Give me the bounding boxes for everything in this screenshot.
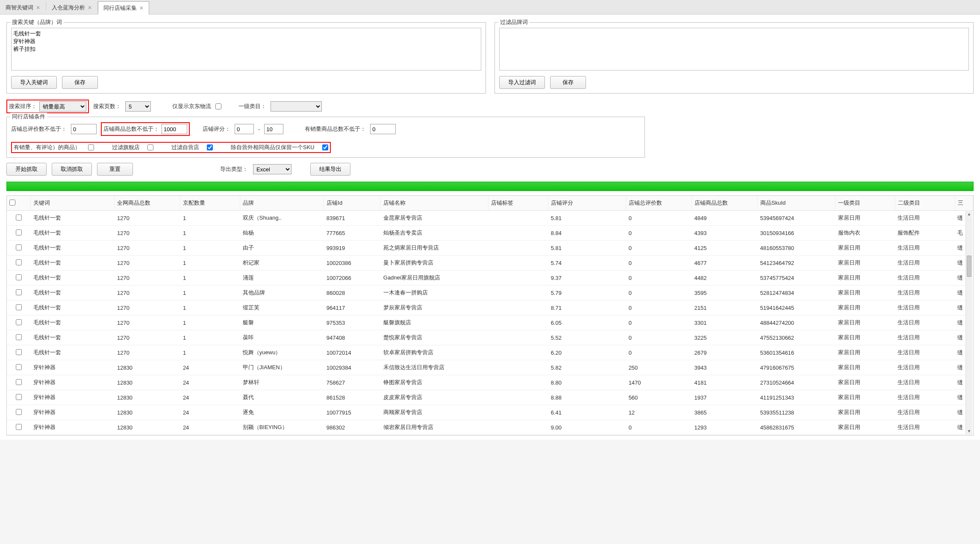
filter-brand-textarea[interactable]	[499, 28, 969, 71]
score-from-input[interactable]	[235, 124, 254, 134]
cell: 839671	[324, 211, 381, 226]
close-icon[interactable]: ✕	[88, 5, 92, 11]
reset-button[interactable]: 重置	[97, 163, 133, 176]
table-row[interactable]: 毛线针一套12701由子993919苑之炳家居日用专营店5.8104125481…	[7, 241, 973, 256]
column-header[interactable]: 一级类目	[836, 196, 895, 211]
cell	[489, 271, 548, 285]
export-result-button[interactable]: 结果导出	[310, 163, 350, 176]
cell: 1470	[626, 375, 692, 390]
cell: 穿针神器	[31, 420, 115, 435]
table-row[interactable]: 穿针神器1283024梦林轩758627铮图家居专营店8.80147041812…	[7, 375, 973, 390]
table-row[interactable]: 毛线针一套12701缎芷芙964117梦辰家居专营店8.710215151941…	[7, 300, 973, 315]
dedup-sku-checkbox[interactable]	[322, 144, 328, 150]
total-review-input[interactable]	[71, 124, 97, 134]
sort-select[interactable]: 销量最高	[39, 101, 86, 112]
score-to-input[interactable]	[264, 124, 283, 134]
search-keyword-textarea[interactable]	[11, 28, 481, 71]
cell: 12830	[115, 420, 180, 435]
cell: 家居日用	[836, 405, 895, 420]
column-header[interactable]: 关键词	[31, 196, 115, 211]
row-checkbox[interactable]	[16, 409, 22, 415]
scroll-down-icon[interactable]: ▼	[967, 428, 971, 434]
has-sale-review-checkbox[interactable]	[88, 144, 94, 150]
column-header[interactable]: 品牌	[240, 196, 324, 211]
row-checkbox[interactable]	[16, 394, 22, 400]
jd-only-checkbox[interactable]	[215, 103, 221, 109]
column-header[interactable]: 全网商品总数	[115, 196, 180, 211]
close-icon[interactable]: ✕	[139, 5, 144, 11]
label-total-goods: 店铺商品总数不低于：	[103, 125, 159, 133]
cell: 861528	[324, 390, 381, 405]
table-row[interactable]: 穿针神器1283024别颖（BIEYING）986302倾岩家居日用专营店9.0…	[7, 420, 973, 435]
row-checkbox[interactable]	[16, 349, 22, 355]
column-header[interactable]: 商品SkuId	[758, 196, 836, 211]
export-type-select[interactable]: Excel	[253, 164, 291, 174]
table-row[interactable]: 穿针神器1283024逐免10077915商顺家居专营店6.4112386553…	[7, 405, 973, 420]
row-checkbox[interactable]	[16, 319, 22, 325]
cat1-select[interactable]	[271, 101, 322, 112]
cell: 6.05	[548, 315, 626, 330]
cell: 1	[180, 211, 240, 226]
tab-bluesea[interactable]: 入仓蓝海分析 ✕	[46, 1, 97, 14]
cell: 1	[180, 241, 240, 256]
table-row[interactable]: 毛线针一套12701其他品牌860028一木逢春一拼购店5.7903595528…	[7, 285, 973, 300]
cell	[489, 315, 548, 330]
table-row[interactable]: 穿针神器1283024甲门（JIAMEN）10029384禾信致达生活日用专营店…	[7, 360, 973, 375]
row-checkbox[interactable]	[16, 244, 22, 250]
row-checkbox[interactable]	[16, 215, 22, 221]
row-checkbox[interactable]	[16, 364, 22, 370]
tab-keywords[interactable]: 商智关键词 ✕	[0, 1, 46, 14]
cell: 4181	[692, 375, 758, 390]
column-header[interactable]: 店铺评分	[548, 196, 626, 211]
select-all-checkbox[interactable]	[9, 200, 15, 206]
filter-self-checkbox[interactable]	[207, 144, 213, 150]
cell: 758627	[324, 375, 381, 390]
row-checkbox[interactable]	[16, 379, 22, 385]
import-keywords-button[interactable]: 导入关键词	[11, 76, 57, 89]
cell: 0	[626, 226, 692, 241]
row-checkbox[interactable]	[16, 304, 22, 310]
column-header[interactable]: 二级类目	[895, 196, 955, 211]
vertical-scrollbar[interactable]: ▲ ▼	[965, 211, 972, 434]
cell: 0	[626, 256, 692, 271]
row-checkbox[interactable]	[16, 259, 22, 265]
scroll-thumb[interactable]	[967, 256, 971, 277]
row-checkbox[interactable]	[16, 334, 22, 340]
cell: 家居日用	[836, 211, 895, 226]
total-goods-input[interactable]	[162, 124, 187, 134]
row-checkbox[interactable]	[16, 289, 22, 295]
column-header[interactable]: 三	[955, 196, 973, 211]
column-header[interactable]: 店铺Id	[324, 196, 381, 211]
table-row[interactable]: 毛线针一套12701枳记家10020386曼卜家居拼购专营店5.74046775…	[7, 256, 973, 271]
scroll-up-icon[interactable]: ▲	[967, 211, 971, 217]
table-row[interactable]: 毛线针一套12701灿杨777665灿杨圣吉专卖店8.8404393301509…	[7, 226, 973, 241]
cell: 12830	[115, 405, 180, 420]
cell: 家居日用	[836, 360, 895, 375]
import-filter-button[interactable]: 导入过滤词	[499, 76, 545, 89]
tab-peer-collect[interactable]: 同行店铺采集 ✕	[98, 1, 149, 15]
table-row[interactable]: 毛线针一套12701艇磐975353艇磐旗舰店6.050330148844274…	[7, 315, 973, 330]
column-header[interactable]: 店铺总评价数	[626, 196, 692, 211]
table-row[interactable]: 毛线针一套12701悦舞（yuewu）10072014软卓家居拼购专营店6.20…	[7, 345, 973, 360]
column-header[interactable]: 京配数量	[180, 196, 240, 211]
table-row[interactable]: 毛线针一套12701葆咔947408楚悦家居专营店5.5203225475521…	[7, 330, 973, 345]
pages-select[interactable]: 5	[125, 101, 151, 112]
save-keywords-button[interactable]: 保存	[62, 76, 98, 89]
row-checkbox[interactable]	[16, 229, 22, 235]
close-icon[interactable]: ✕	[36, 5, 40, 11]
cell: 涌莲	[240, 271, 324, 285]
save-filter-button[interactable]: 保存	[550, 76, 586, 89]
row-checkbox[interactable]	[16, 274, 22, 280]
table-row[interactable]: 毛线针一套12701涌莲10072066Gadnei家居日用旗舰店9.37044…	[7, 271, 973, 285]
cell: 家居日用	[836, 315, 895, 330]
column-header[interactable]: 店铺名称	[381, 196, 489, 211]
column-header[interactable]: 店铺标签	[489, 196, 548, 211]
table-row[interactable]: 毛线针一套12701双庆（Shuang..839671金昆家居专营店5.8104…	[7, 211, 973, 226]
filter-flagship-checkbox[interactable]	[147, 144, 153, 150]
cancel-crawl-button[interactable]: 取消抓取	[52, 163, 92, 176]
table-row[interactable]: 穿针神器1283024聂代861528皮皮家居专营店8.885601937411…	[7, 390, 973, 405]
row-checkbox[interactable]	[16, 424, 22, 430]
has-sale-goods-input[interactable]	[370, 124, 396, 134]
column-header[interactable]: 店铺商品总数	[692, 196, 758, 211]
start-crawl-button[interactable]: 开始抓取	[6, 163, 47, 176]
